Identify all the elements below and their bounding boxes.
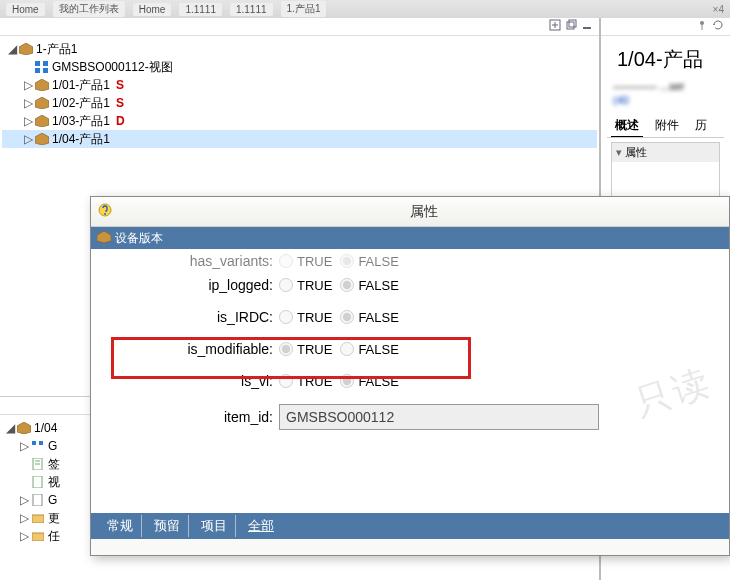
dialog-subtitle: 设备版本 bbox=[115, 230, 163, 247]
package-icon bbox=[34, 78, 50, 92]
property-row: item_id: bbox=[103, 397, 717, 437]
radio-false[interactable]: FALSE bbox=[340, 374, 398, 389]
folder-icon bbox=[30, 511, 46, 525]
tree-node-label: GMSBSO000112-视图 bbox=[52, 59, 173, 76]
editor-tab[interactable]: 1.产品1 bbox=[281, 1, 327, 17]
radio-false[interactable]: FALSE bbox=[340, 310, 398, 325]
tree-node-label: G bbox=[48, 439, 57, 453]
dialog-app-icon bbox=[97, 202, 113, 221]
tree-twisty-icon[interactable]: ▷ bbox=[18, 493, 30, 507]
tree-node-item[interactable]: ▷ 1/01-产品1 S bbox=[2, 76, 597, 94]
svg-rect-9 bbox=[35, 68, 40, 73]
tree-twisty-icon[interactable]: ▷ bbox=[22, 132, 34, 146]
tree-node-label: 更 bbox=[48, 510, 60, 527]
tab-summary[interactable]: 概述 bbox=[611, 115, 643, 137]
radio-true[interactable]: TRUE bbox=[279, 310, 332, 325]
property-label: has_variants: bbox=[103, 253, 279, 269]
pin-icon[interactable] bbox=[696, 19, 708, 34]
tree-twisty-icon[interactable]: ▷ bbox=[18, 511, 30, 525]
tree-node-item[interactable]: ▷ 1/03-产品1 D bbox=[2, 112, 597, 130]
svg-rect-7 bbox=[35, 61, 40, 66]
svg-point-28 bbox=[104, 213, 106, 215]
radio-false[interactable]: FALSE bbox=[340, 254, 398, 269]
svg-rect-23 bbox=[32, 515, 44, 523]
editor-tab[interactable]: 我的工作列表 bbox=[53, 1, 125, 17]
svg-rect-16 bbox=[32, 441, 36, 445]
editor-tab[interactable]: Home bbox=[133, 3, 172, 16]
tree-node-label: 1/03-产品1 bbox=[52, 113, 110, 130]
view-icon bbox=[34, 60, 50, 74]
minimize-icon[interactable] bbox=[581, 19, 593, 34]
details-tabs: 概述 附件 历 bbox=[607, 115, 724, 138]
item-id-field[interactable] bbox=[279, 404, 599, 430]
tree-node-label: G bbox=[48, 493, 57, 507]
details-meta: ———— ...ser (40 bbox=[607, 79, 724, 107]
tree-node-view[interactable]: GMSBSO000112-视图 bbox=[2, 58, 597, 76]
radio-true[interactable]: TRUE bbox=[279, 374, 332, 389]
radio-false[interactable]: FALSE bbox=[340, 342, 398, 357]
radio-true[interactable]: TRUE bbox=[279, 254, 332, 269]
dialog-titlebar[interactable]: 属性 bbox=[91, 197, 729, 227]
property-row: is_vi: TRUE FALSE bbox=[103, 365, 717, 397]
tree-twisty-icon[interactable]: ▷ bbox=[22, 78, 34, 92]
tree-node-label: 1/04-产品1 bbox=[52, 131, 110, 148]
tree-twisty-icon[interactable]: ▷ bbox=[18, 529, 30, 543]
svg-rect-10 bbox=[43, 68, 48, 73]
tree-node-item[interactable]: ▷ 1/02-产品1 S bbox=[2, 94, 597, 112]
dialog-body: 只读 has_variants: TRUE FALSE ip_logged: T… bbox=[91, 249, 729, 513]
property-label: item_id: bbox=[103, 409, 279, 425]
tree-twisty-icon[interactable]: ▷ bbox=[18, 439, 30, 453]
tree-node-status: S bbox=[116, 96, 124, 110]
document-icon bbox=[30, 457, 46, 471]
structure-tree: ◢ 1-产品1 GMSBSO000112-视图 ▷ 1/01-产品1 S ▷ bbox=[0, 36, 599, 152]
section-header[interactable]: 属性 bbox=[612, 143, 719, 162]
editor-tab[interactable]: 1.1111 bbox=[230, 3, 273, 16]
editor-tab[interactable]: 1.1111 bbox=[179, 3, 222, 16]
property-row-is-modifiable: is_modifiable: TRUE FALSE bbox=[103, 333, 717, 365]
restore-icon[interactable] bbox=[565, 19, 577, 34]
tab-all[interactable]: 全部 bbox=[240, 515, 282, 537]
svg-marker-12 bbox=[35, 97, 49, 109]
tree-node-label: 视 bbox=[48, 474, 60, 491]
svg-rect-4 bbox=[569, 20, 576, 27]
svg-marker-29 bbox=[97, 231, 111, 243]
tree-node-label: 1/04 bbox=[34, 421, 57, 435]
tab-history[interactable]: 历 bbox=[691, 115, 711, 137]
package-icon bbox=[34, 132, 50, 146]
tree-twisty-icon[interactable]: ▷ bbox=[22, 96, 34, 110]
view-icon bbox=[30, 439, 46, 453]
document-icon bbox=[30, 493, 46, 507]
tab-project[interactable]: 项目 bbox=[193, 515, 236, 537]
tab-reserve[interactable]: 预留 bbox=[146, 515, 189, 537]
expand-all-icon[interactable] bbox=[549, 19, 561, 34]
tree-twisty-icon[interactable]: ▷ bbox=[22, 114, 34, 128]
dialog-title: 属性 bbox=[119, 203, 729, 221]
tree-node-root[interactable]: ◢ 1-产品1 bbox=[2, 40, 597, 58]
dialog-subheader: 设备版本 bbox=[91, 227, 729, 249]
panel-toolbar bbox=[601, 18, 730, 36]
svg-rect-17 bbox=[39, 441, 43, 445]
radio-true[interactable]: TRUE bbox=[279, 278, 332, 293]
svg-marker-14 bbox=[35, 133, 49, 145]
property-row: ip_logged: TRUE FALSE bbox=[103, 269, 717, 301]
package-icon bbox=[18, 42, 34, 56]
tree-node-label: 1-产品1 bbox=[36, 41, 77, 58]
package-icon bbox=[34, 114, 50, 128]
package-icon bbox=[16, 421, 32, 435]
tab-attachments[interactable]: 附件 bbox=[651, 115, 683, 137]
property-label: is_vi: bbox=[103, 373, 279, 389]
radio-false[interactable]: FALSE bbox=[340, 278, 398, 293]
property-label: is_modifiable: bbox=[103, 341, 279, 357]
tree-twisty-icon[interactable]: ◢ bbox=[6, 42, 18, 56]
svg-point-25 bbox=[700, 21, 704, 25]
document-icon bbox=[30, 475, 46, 489]
tree-node-item[interactable]: ▷ 1/04-产品1 bbox=[2, 130, 597, 148]
editor-tab[interactable]: Home bbox=[6, 3, 45, 16]
refresh-icon[interactable] bbox=[712, 19, 724, 34]
tree-twisty-icon[interactable]: ◢ bbox=[4, 421, 16, 435]
property-row: is_IRDC: TRUE FALSE bbox=[103, 301, 717, 333]
radio-true[interactable]: TRUE bbox=[279, 342, 332, 357]
tab-general[interactable]: 常规 bbox=[99, 515, 142, 537]
details-meta-link[interactable]: (40 bbox=[613, 94, 629, 106]
tree-node-label: 签 bbox=[48, 456, 60, 473]
